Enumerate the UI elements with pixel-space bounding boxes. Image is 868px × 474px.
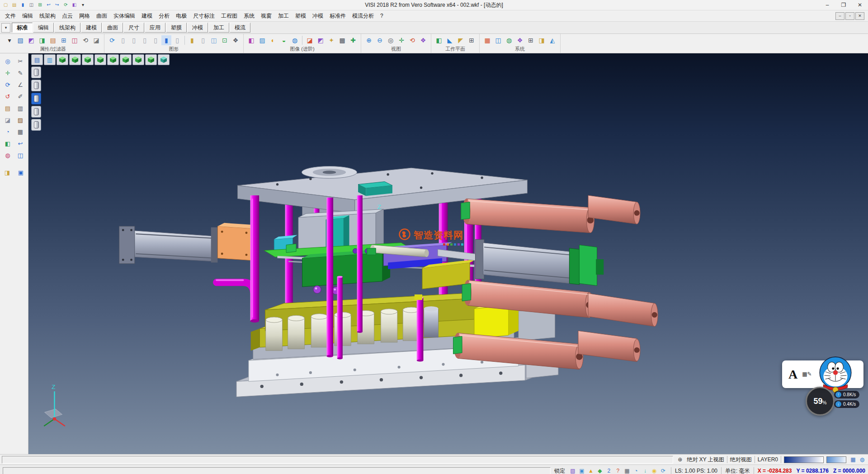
tab-dropdown-button[interactable]: ▾ (1, 23, 10, 33)
vt-iso-nw[interactable] (69, 54, 81, 65)
tab-线架构[interactable]: 线架构 (54, 23, 80, 33)
wp-manager[interactable]: ⊞ (467, 35, 476, 45)
child-restore-button[interactable]: ▫ (845, 12, 854, 20)
prop-magnet[interactable]: ◩ (26, 35, 36, 45)
lt-book[interactable]: ▨ (14, 115, 26, 126)
img-render[interactable]: ✦ (326, 35, 336, 45)
s1-grid[interactable]: ▦ (849, 456, 857, 464)
tab-应用[interactable]: 应用 (145, 23, 165, 33)
status-shield[interactable]: ◆ (596, 467, 604, 474)
vt-display[interactable]: ▥ (44, 54, 56, 65)
view-mode-0[interactable] (31, 66, 41, 78)
sys-globe[interactable]: ◍ (504, 35, 514, 45)
sys-snap[interactable]: ❖ (515, 35, 525, 45)
s1-globe[interactable]: ◍ (858, 456, 866, 464)
status-draw[interactable]: ▧ (569, 467, 577, 474)
vt-iso-se[interactable] (82, 54, 94, 65)
view-zoom-out[interactable]: ⊖ (375, 35, 385, 45)
sys-cad-link[interactable]: ◭ (547, 35, 557, 45)
lt-undo[interactable]: ↩ (14, 138, 26, 149)
lt-cart[interactable]: ▤ (2, 103, 14, 114)
vt-shaded-cube[interactable] (158, 54, 170, 65)
menu-建模[interactable]: 建模 (138, 11, 156, 21)
lt-move[interactable]: ✛ (2, 68, 14, 79)
menu-?[interactable]: ? (377, 12, 387, 20)
qat-new[interactable]: ▢ (2, 1, 9, 9)
prop-erase[interactable]: ◪ (91, 35, 101, 45)
menu-视窗[interactable]: 视窗 (258, 11, 275, 21)
menu-曲面[interactable]: 曲面 (93, 11, 110, 21)
view-zoom-window[interactable]: ◎ (386, 35, 396, 45)
prop-paint[interactable]: ◫ (70, 35, 80, 45)
status-warning[interactable]: ▲ (587, 467, 595, 474)
tab-建模[interactable]: 建模 (81, 23, 102, 33)
wp-3points[interactable]: ◣ (445, 35, 455, 45)
menu-电极[interactable]: 电极 (173, 11, 190, 21)
gfx-cyl-1[interactable]: ▯ (118, 35, 128, 45)
menu-尺寸标注[interactable]: 尺寸标注 (190, 11, 218, 21)
lt-2d-mode[interactable]: ◔ (2, 127, 14, 137)
tab-编辑[interactable]: 编辑 (33, 23, 54, 33)
menu-工程图[interactable]: 工程图 (218, 11, 241, 21)
qat-save[interactable]: ▮ (19, 1, 27, 9)
gfx-wireframe[interactable]: ▯ (198, 35, 208, 45)
close-button[interactable]: ✕ (852, 0, 868, 10)
view-rotate[interactable]: ⟲ (407, 35, 417, 45)
lt-box[interactable]: ◧ (2, 138, 14, 149)
menu-点云[interactable]: 点云 (59, 11, 76, 21)
gfx-cyl-3[interactable]: ▯ (140, 35, 150, 45)
vt-right[interactable] (132, 54, 144, 65)
sys-monitor[interactable]: ◫ (493, 35, 503, 45)
status-sync[interactable]: ⟳ (659, 467, 667, 474)
tab-冲模[interactable]: 冲模 (187, 23, 208, 33)
snap-toggle[interactable]: 锁定 (554, 467, 565, 474)
img-environment[interactable]: ◍ (290, 35, 300, 45)
img-quality[interactable]: ✚ (348, 35, 358, 45)
tab-塑膜[interactable]: 塑膜 (166, 23, 187, 33)
status-grid[interactable]: ▦ (623, 467, 631, 474)
qat-print[interactable]: ◫ (28, 1, 35, 9)
prop-swap[interactable]: ⟲ (80, 35, 90, 45)
vt-axono[interactable] (145, 54, 157, 65)
wp-standard[interactable]: ◧ (434, 35, 444, 45)
progress-widget[interactable]: 59 % (806, 387, 835, 416)
child-minimize-button[interactable]: ‒ (835, 12, 844, 20)
child-close-button[interactable]: ✕ (855, 12, 864, 20)
img-texture[interactable]: ▨ (257, 35, 267, 45)
vt-grid[interactable]: ▤ (31, 54, 43, 65)
lt-floppy[interactable]: ▣ (15, 167, 27, 178)
active-layer-label[interactable]: LAYER0 (758, 456, 778, 463)
sys-config[interactable]: ◨ (537, 35, 547, 45)
menu-模流分析[interactable]: 模流分析 (349, 11, 377, 21)
menu-网格[interactable]: 网格 (76, 11, 93, 21)
prop-brush[interactable]: ▧ (15, 35, 25, 45)
img-light[interactable]: ◐ (268, 35, 278, 45)
vt-front[interactable] (120, 54, 132, 65)
view-mode-4[interactable] (31, 119, 41, 131)
qat-open[interactable]: ▤ (10, 1, 18, 9)
tab-标准[interactable]: 标准 (12, 23, 33, 33)
command-input-field[interactable] (3, 467, 551, 474)
lt-measure[interactable]: ∠ (14, 80, 26, 90)
lt-sketch[interactable]: ✎ (14, 68, 26, 79)
status-image[interactable]: ▣ (578, 467, 586, 474)
lt-trim[interactable]: ✂ (14, 56, 26, 67)
prop-dropdown[interactable]: ▾ (5, 35, 14, 45)
lt-edit-point[interactable]: ✐ (14, 91, 26, 102)
gfx-cyl-4[interactable]: ▯ (151, 35, 160, 45)
img-section[interactable]: ◪ (305, 35, 315, 45)
view-mode-1[interactable] (31, 80, 41, 91)
gfx-shaded[interactable]: ▮ (187, 35, 197, 45)
tab-曲面[interactable]: 曲面 (102, 23, 123, 33)
wp-from-view[interactable]: ◤ (456, 35, 466, 45)
lt-layers[interactable]: ▦ (14, 127, 26, 137)
ime-keyboard-icon[interactable]: ▦ (802, 371, 807, 377)
status-clock[interactable]: ◔ (632, 467, 640, 474)
lt-colors[interactable]: ◨ (1, 167, 13, 178)
view-pan[interactable]: ✛ (396, 35, 406, 45)
vt-iso-sw[interactable] (94, 54, 106, 65)
status-down[interactable]: ↓ (641, 467, 649, 474)
qat-more[interactable]: ▾ (79, 1, 87, 9)
view-mode-2[interactable] (31, 93, 41, 104)
lt-notebook[interactable]: ▥ (14, 103, 26, 114)
